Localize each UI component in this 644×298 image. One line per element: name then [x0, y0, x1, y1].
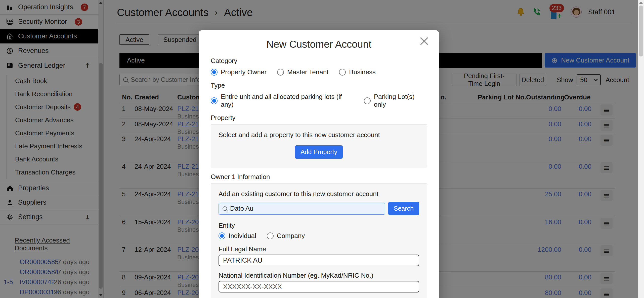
- owner-info-label: Owner 1 Information: [211, 173, 427, 181]
- radio-selected-icon: [211, 97, 218, 104]
- search-button[interactable]: Search: [388, 202, 419, 215]
- radio-label: Master Tenant: [287, 68, 328, 76]
- type-radio-group: Entire unit and all allocated parking lo…: [211, 93, 427, 108]
- entity-radio-group: Individual Company: [219, 232, 419, 240]
- property-hint: Select and add a property to this new cu…: [219, 131, 419, 139]
- customer-search-row: Search: [219, 202, 419, 215]
- radio-icon: [339, 69, 346, 76]
- radio-label: Property Owner: [221, 68, 267, 76]
- radio-property-owner[interactable]: Property Owner: [211, 68, 267, 76]
- radio-selected-icon: [219, 232, 225, 239]
- radio-label: Company: [277, 232, 305, 240]
- add-property-button[interactable]: Add Property: [295, 145, 343, 159]
- window-scrollbar[interactable]: [638, 0, 644, 298]
- type-label: Type: [211, 82, 427, 89]
- nin-label: National Identification Number (eg. MyKa…: [219, 272, 419, 279]
- new-customer-account-modal: × New Customer Account Category Property…: [199, 30, 439, 298]
- property-box: Select and add a property to this new cu…: [211, 124, 427, 167]
- radio-entire-unit[interactable]: Entire unit and all allocated parking lo…: [211, 93, 353, 108]
- radio-company[interactable]: Company: [267, 232, 305, 240]
- category-radio-group: Property Owner Master Tenant Business: [211, 68, 427, 76]
- radio-selected-icon: [211, 69, 218, 76]
- scroll-up-icon[interactable]: [639, 2, 643, 4]
- category-label: Category: [211, 57, 427, 65]
- search-icon: [223, 206, 227, 211]
- radio-label: Entire unit and all allocated parking lo…: [221, 93, 353, 108]
- nin-input[interactable]: [219, 281, 419, 292]
- radio-label: Parking Lot(s) only: [374, 93, 427, 108]
- radio-business[interactable]: Business: [339, 68, 376, 76]
- radio-parking-lots-only[interactable]: Parking Lot(s) only: [364, 93, 427, 108]
- radio-label: Individual: [229, 232, 256, 240]
- entity-label: Entity: [219, 222, 419, 229]
- customer-search-field: [219, 203, 385, 215]
- radio-icon: [277, 69, 284, 76]
- radio-icon: [267, 232, 274, 239]
- radio-individual[interactable]: Individual: [219, 232, 256, 240]
- property-label: Property: [211, 114, 427, 122]
- full-legal-name-input[interactable]: [219, 255, 419, 266]
- owner-search-hint: Add an existing customer to this new cus…: [219, 190, 419, 198]
- owner-info-box: Add an existing customer to this new cus…: [211, 183, 427, 298]
- radio-icon: [364, 97, 371, 104]
- modal-title: New Customer Account: [211, 39, 427, 50]
- radio-master-tenant[interactable]: Master Tenant: [277, 68, 328, 76]
- app-window: Operation Insights 7 Security Monitor 3 …: [0, 0, 644, 298]
- full-legal-name-label: Full Legal Name: [219, 245, 419, 253]
- customer-search-input[interactable]: [230, 205, 381, 212]
- close-icon[interactable]: ×: [418, 34, 430, 48]
- window-scrollbar-thumb[interactable]: [639, 6, 643, 56]
- radio-label: Business: [349, 68, 376, 76]
